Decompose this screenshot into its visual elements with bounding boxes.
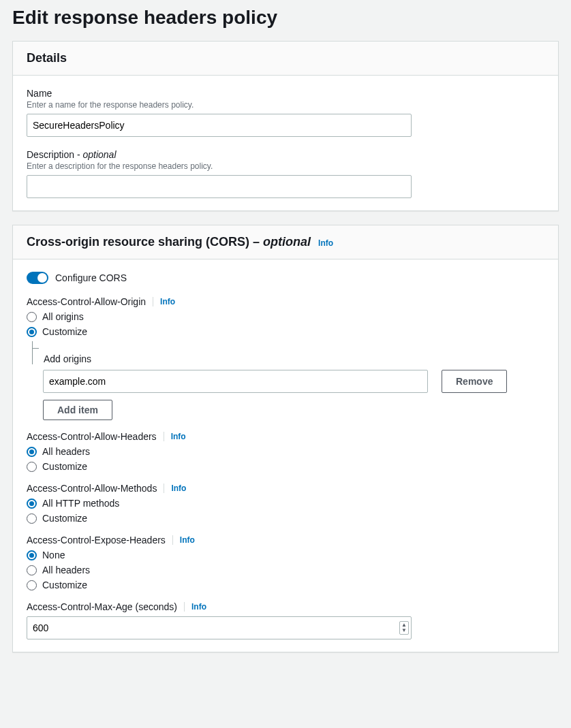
- configure-cors-label: Configure CORS: [55, 272, 127, 283]
- allow-origin-title: Access-Control-Allow-Origin: [27, 296, 146, 307]
- divider: [153, 297, 153, 306]
- cors-heading: Cross-origin resource sharing (CORS) – o…: [27, 235, 314, 249]
- name-hint: Enter a name for the response headers po…: [27, 100, 544, 110]
- expose-headers-info-link[interactable]: Info: [180, 535, 195, 545]
- description-input[interactable]: [27, 175, 412, 198]
- radio-label: Customize: [42, 580, 87, 590]
- page-title: Edit response headers policy: [12, 7, 559, 29]
- divider: [172, 535, 173, 545]
- divider: [164, 484, 164, 493]
- expose-headers-radio-customize[interactable]: Customize: [27, 580, 544, 590]
- allow-headers-radio-customize[interactable]: Customize: [27, 461, 544, 472]
- allow-headers-radio-all[interactable]: All headers: [27, 446, 544, 457]
- configure-cors-toggle[interactable]: [27, 272, 48, 284]
- max-age-info-link[interactable]: Info: [191, 602, 206, 612]
- radio-icon: [27, 565, 37, 575]
- allow-origin-radio-all[interactable]: All origins: [27, 311, 544, 322]
- expose-headers-title: Access-Control-Expose-Headers: [27, 535, 166, 545]
- cors-info-link[interactable]: Info: [318, 238, 333, 248]
- description-hint: Enter a description for the response hea…: [27, 161, 544, 171]
- radio-icon: [27, 580, 37, 590]
- radio-icon: [27, 550, 37, 560]
- allow-methods-info-link[interactable]: Info: [171, 484, 186, 493]
- add-origins-label: Add origins: [44, 353, 91, 364]
- max-age-input[interactable]: [27, 616, 412, 639]
- radio-label: Customize: [42, 513, 87, 524]
- allow-methods-title: Access-Control-Allow-Methods: [27, 483, 157, 494]
- allow-headers-info-link[interactable]: Info: [171, 432, 186, 441]
- radio-label: Customize: [42, 461, 87, 472]
- allow-origin-radio-customize[interactable]: Customize: [27, 326, 544, 337]
- allow-origin-field: Access-Control-Allow-Origin Info All ori…: [27, 296, 544, 420]
- radio-label: None: [42, 550, 65, 560]
- radio-label: All headers: [42, 446, 90, 457]
- radio-icon: [27, 513, 37, 524]
- radio-icon: [27, 447, 37, 457]
- allow-headers-field: Access-Control-Allow-Headers Info All he…: [27, 431, 544, 472]
- details-heading: Details: [27, 51, 544, 65]
- description-label: Description - optional: [27, 149, 544, 160]
- allow-methods-radio-all[interactable]: All HTTP methods: [27, 498, 544, 509]
- name-input[interactable]: [27, 114, 412, 137]
- radio-icon: [27, 312, 37, 322]
- details-panel: Details Name Enter a name for the respon…: [12, 41, 559, 211]
- expose-headers-field: Access-Control-Expose-Headers Info None …: [27, 535, 544, 590]
- max-age-title: Access-Control-Max-Age (seconds): [27, 601, 177, 612]
- allow-methods-field: Access-Control-Allow-Methods Info All HT…: [27, 483, 544, 524]
- allow-methods-radio-customize[interactable]: Customize: [27, 513, 544, 524]
- radio-icon: [27, 498, 37, 509]
- radio-icon: [27, 327, 37, 337]
- max-age-field: Access-Control-Max-Age (seconds) Info ▲▼: [27, 601, 544, 639]
- radio-label: All headers: [42, 565, 90, 575]
- number-stepper-icon[interactable]: ▲▼: [399, 621, 409, 635]
- radio-icon: [27, 462, 37, 472]
- remove-origin-button[interactable]: Remove: [442, 370, 507, 393]
- expose-headers-radio-none[interactable]: None: [27, 550, 544, 560]
- radio-label: All origins: [42, 311, 84, 322]
- cors-panel: Cross-origin resource sharing (CORS) – o…: [12, 225, 559, 652]
- divider: [184, 602, 185, 612]
- divider: [164, 432, 164, 441]
- origin-input[interactable]: [43, 370, 428, 393]
- name-label: Name: [27, 88, 544, 99]
- expose-headers-radio-all[interactable]: All headers: [27, 565, 544, 575]
- allow-origin-info-link[interactable]: Info: [160, 297, 175, 306]
- allow-headers-title: Access-Control-Allow-Headers: [27, 431, 157, 442]
- radio-label: Customize: [42, 326, 87, 337]
- add-item-button[interactable]: Add item: [43, 400, 112, 420]
- radio-label: All HTTP methods: [42, 498, 119, 509]
